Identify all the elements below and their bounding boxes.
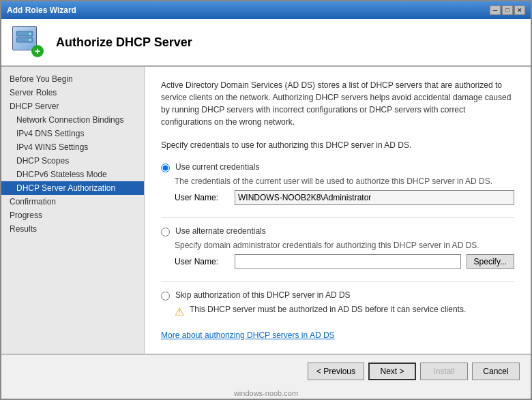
sidebar-item-ipv4-dns-settings[interactable]: IPv4 DNS Settings xyxy=(1,127,144,140)
wizard-header: + Authorize DHCP Server xyxy=(1,19,531,67)
wizard-title: Authorize DHCP Server xyxy=(56,35,192,50)
option-skip-group: Skip authorization of this DHCP server i… xyxy=(161,290,514,318)
option-current-group: Use current credentials The credentials … xyxy=(161,162,514,205)
alternate-username-input[interactable] xyxy=(235,254,461,269)
link-row: More about authorizing DHCP servers in A… xyxy=(161,330,514,340)
option-alternate-group: Use alternate credentials Specify domain… xyxy=(161,226,514,269)
alternate-username-label: User Name: xyxy=(175,257,229,266)
description-text: Active Directory Domain Services (AD DS)… xyxy=(161,79,514,128)
current-username-row: User Name: xyxy=(175,190,514,205)
svg-point-3 xyxy=(29,39,31,41)
specify-button[interactable]: Specify... xyxy=(467,254,514,269)
sidebar-item-results[interactable]: Results xyxy=(1,222,144,236)
more-info-link[interactable]: More about authorizing DHCP servers in A… xyxy=(161,330,335,340)
install-button[interactable]: Install xyxy=(420,363,468,380)
header-icon-area: + xyxy=(12,26,45,59)
radio-current-label[interactable]: Use current credentials xyxy=(175,162,259,172)
next-button[interactable]: Next > xyxy=(368,363,416,380)
sidebar-item-network-connection-bindings[interactable]: Network Connection Bindings xyxy=(1,113,144,127)
content-area: Active Directory Domain Services (AD DS)… xyxy=(145,67,531,354)
alternate-cred-desc: Specify domain administrator credentials… xyxy=(175,241,514,250)
sidebar-item-ipv4-wins-settings[interactable]: IPv4 WINS Settings xyxy=(1,140,144,154)
warning-icon: ⚠ xyxy=(175,305,184,318)
previous-button[interactable]: < Previous xyxy=(308,363,364,380)
radio-option-alternate: Use alternate credentials xyxy=(161,226,514,236)
svg-point-2 xyxy=(29,33,31,35)
sidebar-item-progress[interactable]: Progress xyxy=(1,209,144,222)
sidebar-item-dhcp-server[interactable]: DHCP Server xyxy=(1,99,144,113)
radio-option-current: Use current credentials xyxy=(161,162,514,172)
main-area: Before You Begin Server Roles DHCP Serve… xyxy=(1,67,531,354)
sidebar-item-dhcp-server-authorization[interactable]: DHCP Server Authorization xyxy=(1,181,144,195)
minimize-button[interactable]: ─ xyxy=(490,5,501,15)
radio-current-credentials[interactable] xyxy=(161,164,170,172)
current-username-input xyxy=(235,190,514,205)
description-text-2: Specify credentials to use for authorizi… xyxy=(161,139,514,151)
watermark: windows-noob.com xyxy=(1,388,531,399)
sidebar-item-dhcp-scopes[interactable]: DHCP Scopes xyxy=(1,154,144,168)
warning-text: This DHCP server must be authorized in A… xyxy=(190,305,466,314)
cancel-button[interactable]: Cancel xyxy=(472,363,520,380)
radio-skip-label[interactable]: Skip authorization of this DHCP server i… xyxy=(175,290,351,300)
sidebar-item-confirmation[interactable]: Confirmation xyxy=(1,195,144,209)
add-roles-wizard-window: Add Roles Wizard ─ □ ✕ + Authorize DHCP … xyxy=(0,0,532,400)
maximize-button[interactable]: □ xyxy=(502,5,513,15)
server-svg xyxy=(15,29,34,48)
current-username-label: User Name: xyxy=(175,193,229,202)
sidebar-item-server-roles[interactable]: Server Roles xyxy=(1,86,144,99)
wizard-footer: < Previous Next > Install Cancel xyxy=(1,354,531,388)
window-title: Add Roles Wizard xyxy=(7,5,76,15)
sidebar-item-dhcpv6-stateless-mode[interactable]: DHCPv6 Stateless Mode xyxy=(1,168,144,181)
window-controls: ─ □ ✕ xyxy=(490,5,525,15)
sidebar: Before You Begin Server Roles DHCP Serve… xyxy=(1,67,145,354)
divider-2 xyxy=(161,281,514,282)
divider-1 xyxy=(161,217,514,218)
radio-option-skip: Skip authorization of this DHCP server i… xyxy=(161,290,514,301)
close-button[interactable]: ✕ xyxy=(514,5,525,15)
radio-alternate-label[interactable]: Use alternate credentials xyxy=(175,226,266,236)
alternate-username-row: User Name: Specify... xyxy=(175,254,514,269)
title-bar: Add Roles Wizard ─ □ ✕ xyxy=(1,1,531,19)
plus-badge-icon: + xyxy=(31,45,44,57)
sidebar-item-before-you-begin[interactable]: Before You Begin xyxy=(1,72,144,86)
current-cred-desc: The credentials of the current user will… xyxy=(175,176,514,186)
warning-row: ⚠ This DHCP server must be authorized in… xyxy=(175,305,514,318)
radio-alternate-credentials[interactable] xyxy=(161,228,170,236)
radio-skip-authorization[interactable] xyxy=(161,292,170,301)
